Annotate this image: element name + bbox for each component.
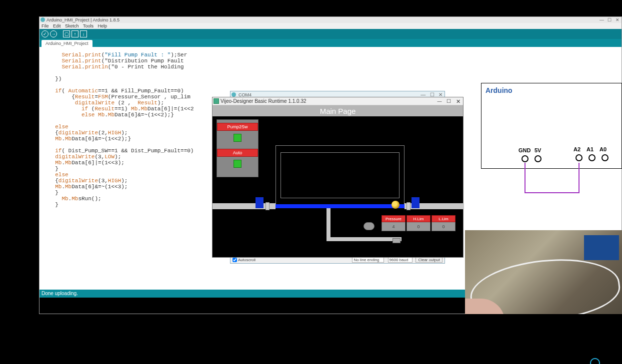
gnd-label: GND — [518, 147, 530, 153]
pressure-label: Pressure — [382, 215, 406, 222]
upload-button[interactable]: → — [50, 30, 57, 37]
pump2sw-button[interactable]: Pump2Sw — [217, 123, 258, 131]
hmi-maximize[interactable]: ☐ — [445, 97, 452, 105]
hmi-titlebar: Vijeo-Designer Basic Runtime 1.1.0.32 — … — [212, 97, 463, 105]
hmi-title-text: Vijeo-Designer Basic Runtime 1.1.0.32 — [220, 98, 306, 104]
ide-toolbar: ✓ → ▢ ↑ ↓ — [40, 29, 622, 39]
autoscroll-checkbox[interactable]: Autoscroll — [232, 258, 256, 262]
menu-tools[interactable]: Tools — [83, 23, 94, 28]
hmi-minimize[interactable]: — — [436, 97, 443, 105]
ide-titlebar: Arduino_HMI_Project | Arduino 1.8.5 — ☐ … — [40, 17, 622, 23]
baud-select[interactable]: 9600 baud — [388, 257, 413, 263]
hlim-label: H.Lim — [406, 215, 430, 222]
hlim-readout: H.Lim 0 — [406, 215, 430, 231]
autoscroll-input[interactable] — [232, 258, 237, 262]
llim-label: L.Lim — [432, 215, 456, 222]
a0-label: A0 — [600, 146, 606, 152]
arduino-icon — [40, 17, 45, 22]
llim-readout: L.Lim 0 — [432, 215, 456, 231]
flange-left — [266, 202, 270, 210]
pressure-value: 4 — [382, 222, 406, 231]
v5-label: 5V — [534, 147, 541, 153]
arduino-board — [584, 235, 619, 260]
auto-button[interactable]: Auto — [217, 149, 258, 157]
pressure-sensor-icon — [364, 222, 374, 230]
wire-vert-left — [524, 163, 526, 193]
gnd-pin — [522, 155, 528, 162]
a1-label: A1 — [586, 146, 594, 152]
valve-left — [256, 197, 264, 208]
arduino-icon — [232, 92, 236, 97]
schematic-label: Arduino — [486, 86, 512, 94]
save-button[interactable]: ↓ — [80, 30, 87, 37]
menu-sketch[interactable]: Sketch — [65, 23, 79, 28]
hmi-page-title: Main Page — [212, 105, 463, 116]
cursor-highlight — [392, 201, 400, 209]
ide-menu[interactable]: File Edit Sketch Tools Help — [40, 23, 622, 29]
control-panel: Pump2Sw Auto — [216, 119, 258, 177]
flange-right — [406, 202, 410, 210]
pump2-led — [234, 134, 242, 142]
menu-help[interactable]: Help — [98, 23, 107, 28]
pressure-readout: Pressure 4 — [382, 215, 406, 231]
hmi-canvas: Pump2Sw Auto Pressure 4 H.Lim 0 L.Lim — [212, 116, 463, 257]
clear-output-button[interactable]: Clear output — [416, 257, 442, 263]
ide-tabrow: Arduino_HMI_Project — [40, 39, 622, 47]
sensor-pipe-v — [326, 208, 330, 237]
sensor-pipe-h — [326, 237, 402, 241]
wire-horiz — [524, 192, 580, 193]
autoscroll-label: Autoscroll — [238, 258, 256, 262]
a2-label: A2 — [574, 146, 580, 152]
slider-thumb[interactable] — [392, 238, 400, 243]
new-button[interactable]: ▢ — [63, 30, 70, 37]
ide-window-buttons[interactable]: — ☐ ✕ — [600, 17, 620, 23]
menu-edit[interactable]: Edit — [53, 23, 61, 28]
a2-pin — [576, 154, 582, 161]
tank-inner — [280, 152, 400, 198]
hlim-value: 0 — [406, 222, 430, 231]
line-ending-select[interactable]: No line ending — [352, 257, 384, 263]
vijeo-icon — [214, 98, 219, 104]
auto-led — [234, 160, 242, 168]
ide-title: Arduino_HMI_Project | Arduino 1.8.5 — [46, 17, 120, 22]
wire-vert-right — [578, 163, 580, 193]
v5-pin — [534, 155, 542, 162]
arduino-schematic: Arduino GND 5V A2 A1 A0 — [481, 83, 622, 169]
hmi-window: Vijeo-Designer Basic Runtime 1.1.0.32 — … — [212, 97, 464, 258]
menu-file[interactable]: File — [42, 23, 49, 28]
valve-right — [412, 197, 420, 208]
sketch-tab[interactable]: Arduino_HMI_Project — [42, 40, 92, 47]
a0-pin — [602, 154, 608, 161]
a1-pin — [588, 154, 596, 161]
open-button[interactable]: ↑ — [72, 30, 78, 37]
hmi-close[interactable]: ✕ — [454, 97, 462, 105]
tank-level-bar — [276, 204, 404, 208]
verify-button[interactable]: ✓ — [42, 30, 48, 37]
llim-value: 0 — [432, 222, 456, 231]
